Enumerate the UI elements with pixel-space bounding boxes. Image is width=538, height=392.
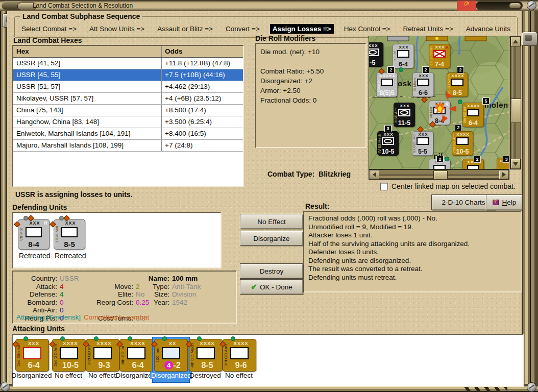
unit-status: Retreated [55,252,86,260]
ok-done-button[interactable]: ✔OK - Done [240,279,303,295]
help-button[interactable]: Help [486,194,523,210]
minimize-icon[interactable] [509,3,521,8]
attacking-unit-selected[interactable]: 100 mm XX 4-2 [154,339,188,372]
defending-unit[interactable]: LXVI Mot XXX 8-5 [54,219,85,250]
table-row[interactable]: Nikolayev, USSR [57, 57]+4 (+6B) (23.5:1… [13,93,243,105]
status-dot [197,336,202,341]
map-viewport[interactable]: osk molensk nil XXX-5 XII InfXXX6-4 1st … [369,36,509,169]
frame-left [0,11,7,392]
stack-badge: 2 [457,66,464,74]
help-book-icon [493,200,499,205]
infantry-symbol [397,50,409,58]
mech-symbol [382,137,394,145]
stack-badge: 2 [387,66,395,74]
table-row[interactable]: USSR [51, 57]+4.462 (29:13) [13,81,243,93]
map-unit[interactable]: 8th GD InfXXXX6-4 [462,103,484,127]
status-dot [399,67,403,72]
combat-type: Combat Type: Blitzkrieg [267,170,351,178]
map-horizontal-scrollbar[interactable] [369,169,509,180]
attacking-title: Attacking Units [12,325,65,333]
map-unit[interactable]: XXXVIII MotXXX5-5 [412,131,433,156]
stack-badge: 3 [384,125,392,132]
hexes-title: Land Combat Hexes [13,36,82,44]
phase-hex-control: Hex Control => [341,24,393,34]
unit-status: No effect [218,372,259,379]
stack-badge: 2 [422,66,429,74]
ussr-flag-icon [457,1,476,11]
status-dot [445,157,449,161]
scroll-down-button[interactable] [510,159,521,169]
defending-unit[interactable]: VII Mot XXX R 8-4 [18,219,50,250]
map-unit[interactable]: XII InfXXX6-4 [393,44,414,68]
table-row[interactable]: USSR [41, 52]+11.8 (+12.8B) (47:8) [13,58,243,69]
attacking-unit[interactable]: 2nd Siberian XXX 6-4 [15,339,49,372]
unit-commitment-line: Attacking [Smolensk]Committed to combat [16,313,149,322]
result-line: Defending units are disorganized. [308,257,517,265]
game-window: Land Combat Selection & Resolution Land … [0,0,538,392]
status-dot [458,100,462,104]
mech-symbol [467,165,479,169]
map-unit[interactable]: III MechXXX6-6 [412,72,434,97]
attacking-unit[interactable]: 8th GD Inf XXXX 6-4 [119,339,153,372]
table-row[interactable]: Majuro, Marshall Islands [108, 199]+7 (2… [13,140,243,152]
right-arrow-icon [502,172,506,177]
vertical-scroll-thumb[interactable] [511,99,521,123]
defending-units-panel: VII Mot XXX R 8-4 Retreated LXVI Mot XXX… [12,212,222,268]
table-header[interactable]: Hex Odds [13,46,243,58]
attacking-units-panel: 2nd Siberian XXX 6-4 Disorganized 2nd GD… [12,334,524,387]
result-title: Result: [305,202,329,210]
scroll-left-button[interactable] [369,170,379,179]
table-row[interactable]: China [75, 143]+8.500 (17:4) [13,105,243,116]
center-map-checkbox[interactable] [380,183,388,190]
map-unit[interactable]: 1st SiberianXXXR7-4 [429,44,450,68]
unit-status: Disorganized [11,372,52,379]
phase-att-snow-units: Att Snow Units => [87,24,147,34]
mech-symbol [417,79,429,86]
check-icon: ✔ [251,282,257,291]
col-odds[interactable]: Odds [162,46,243,57]
table-row[interactable]: Eniwetok, Marshall Islands [104, 191]+8.… [13,128,243,140]
armor-symbol [456,137,469,145]
result-line: Fractional odds (.000) roll was (.000) -… [308,214,517,223]
result-line: Defender loses 0 units. [308,248,517,257]
title-bar[interactable]: Land Combat Selection & Resolution [0,0,538,12]
attacking-unit[interactable]: 2nd GD Arm XXXX 10-5 [52,339,86,372]
table-row[interactable]: Hangchow, China [83, 148]+3.500 (6.25:4) [13,116,243,128]
scroll-right-button[interactable] [499,170,509,179]
center-map-option: Center linked map on selected combat. [380,182,516,190]
attacking-unit[interactable]: 4th GD Mech XXXX 8-5 [189,339,223,372]
map-unit-hq[interactable]: MansteinXXXXX8(5)5 [376,72,398,97]
hq-symbol [381,79,393,86]
map-unit[interactable]: 2nd GD ArmXXXX10-5 [452,131,473,156]
city-label: osk [398,79,411,88]
armor-symbol [60,347,78,359]
attacking-unit[interactable]: 3rd GD Arm XXXX 9-6 [223,339,256,372]
mod-line: Combat Ratio: +5.50 [260,66,361,76]
horizontal-scroll-thumb[interactable] [433,170,448,180]
scroll-up-button[interactable] [510,36,521,46]
elite-infantry-symbol [23,347,41,359]
no-effect-button[interactable]: No Effect [240,214,303,229]
map-unit[interactable]: IV SS MechXXX10-5 [377,131,399,156]
map-unit[interactable]: XXX-5 [369,42,383,67]
details-right-column: Name:100 mm Type:Anti-Tank Size:Division… [145,275,201,306]
infantry-symbol [127,347,145,359]
up-arrow-icon [513,40,518,43]
window-controls[interactable] [476,1,523,10]
col-hex[interactable]: Hex [13,46,162,57]
result-line: Half of the surviving attacking units ar… [308,240,517,249]
elite-infantry-symbol [433,50,446,58]
phase-retreat-units: Retreat Units => [401,24,456,34]
map-vertical-scrollbar[interactable] [510,36,521,169]
disorganize-button[interactable]: Disorganize [240,231,303,246]
infantry-symbol [433,165,446,169]
destroy-button[interactable]: Destroy [240,263,303,279]
stack-badge: 2 [455,124,462,131]
subphase-list: Select Combat => Att Snow Units => Assau… [19,24,513,34]
table-row-selected[interactable]: USSR [45, 55]+7.5 (+10B) (44:16) [13,69,243,81]
result-panel: Fractional odds (.000) roll was (.000) -… [303,211,522,292]
mech-symbol [197,347,215,359]
attacking-unit[interactable]: 2nd GD Inf XXXX 9-3 [86,339,119,372]
unit-status: Retreated [19,252,50,260]
map-unit[interactable]: II SS ArmXXX11-5 [394,103,415,127]
